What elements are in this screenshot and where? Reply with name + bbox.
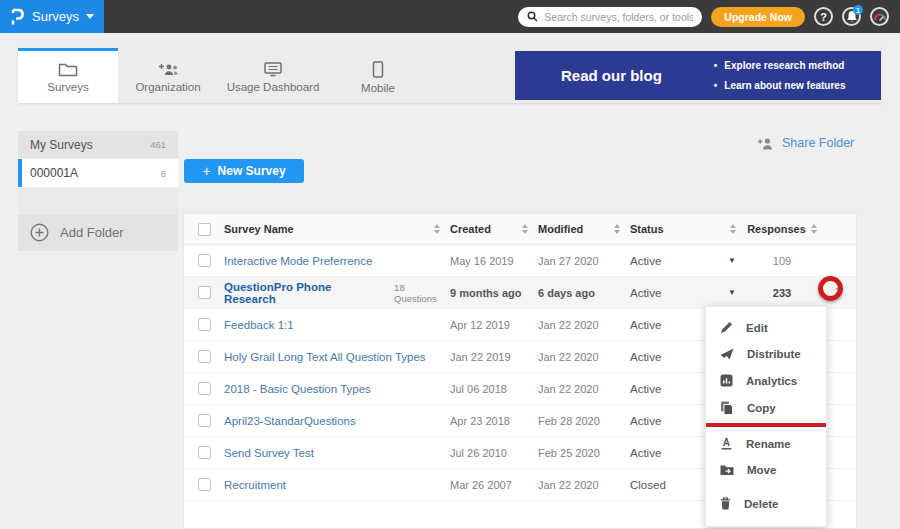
plus-icon: + (202, 163, 210, 179)
created-cell: Jul 26 2010 (450, 447, 538, 459)
annotation-circle (818, 276, 843, 301)
status-dropdown[interactable]: ▼ (718, 256, 746, 265)
row-checkbox[interactable] (198, 318, 211, 331)
menu-item-copy[interactable]: Copy (706, 394, 826, 422)
survey-name-link[interactable]: Holy Grail Long Text All Question Types (224, 351, 450, 363)
banner-bullet: Learn about new features (714, 76, 846, 96)
modified-cell: Feb 28 2020 (538, 415, 630, 427)
table-row: QuestionPro Phone Research18 Questions 9… (184, 277, 856, 309)
product-menu[interactable]: Surveys (0, 0, 104, 33)
column-header-modified[interactable]: Modified (538, 223, 630, 235)
banner-bullets: Explore research method Learn about new … (714, 56, 846, 95)
select-all-checkbox[interactable] (198, 223, 211, 236)
sort-icon[interactable] (811, 224, 817, 234)
trash-icon (720, 497, 731, 510)
add-folder-button[interactable]: Add Folder (18, 214, 178, 251)
send-icon (720, 348, 734, 360)
rename-icon: A (720, 437, 733, 450)
sort-icon[interactable] (434, 224, 440, 234)
upgrade-now-button[interactable]: Upgrade Now (711, 7, 805, 27)
tab-usage-dashboard[interactable]: Usage Dashboard (218, 48, 328, 103)
help-button[interactable]: ? (814, 7, 833, 26)
row-checkbox[interactable] (198, 254, 211, 267)
account-gauge-button[interactable] (870, 7, 889, 26)
survey-name-link[interactable]: April23-StandarQuestions (224, 415, 450, 427)
questionpro-logo-icon (10, 7, 25, 26)
column-header-created[interactable]: Created (450, 223, 538, 235)
menu-item-distribute[interactable]: Distribute (706, 341, 826, 367)
folder-count: 8 (161, 168, 166, 179)
new-survey-button[interactable]: + New Survey (184, 159, 304, 183)
sort-icon[interactable] (522, 224, 528, 234)
global-search[interactable] (518, 7, 702, 27)
sort-icon[interactable] (614, 224, 620, 234)
analytics-icon (720, 374, 733, 387)
blog-banner[interactable]: Read our blog Explore research method Le… (515, 51, 881, 100)
primary-tabs: Surveys Organization Usage Dashboard (18, 48, 881, 103)
question-mark-icon: ? (820, 11, 827, 23)
pencil-icon (720, 321, 733, 334)
notifications-button[interactable]: 1 (842, 7, 861, 26)
notification-badge: 1 (853, 5, 863, 15)
tab-organization[interactable]: Organization (118, 48, 218, 103)
tab-surveys[interactable]: Surveys (18, 48, 118, 103)
folder-label: My Surveys (30, 138, 93, 152)
app-window: Surveys Upgrade Now ? 1 (0, 0, 900, 529)
copy-icon (720, 401, 734, 415)
column-header-status[interactable]: Status (630, 223, 746, 235)
column-header-responses[interactable]: Responses (746, 223, 818, 235)
folder-icon (58, 62, 78, 77)
copy-annotation-underline (706, 423, 826, 427)
sidebar-item-my-surveys[interactable]: My Surveys 461 (18, 131, 178, 158)
tab-label: Organization (135, 81, 200, 93)
tabstrip-spacer (428, 48, 515, 103)
menu-item-analytics[interactable]: Analytics (706, 367, 826, 394)
status-cell: Active (630, 287, 718, 299)
row-checkbox[interactable] (198, 286, 211, 299)
person-add-icon (757, 137, 774, 150)
banner-bullet: Explore research method (714, 56, 846, 76)
folder-label: 000001A (30, 166, 78, 180)
row-checkbox[interactable] (198, 478, 211, 491)
share-folder-link[interactable]: Share Folder (757, 136, 854, 150)
row-checkbox[interactable] (198, 350, 211, 363)
tab-label: Usage Dashboard (227, 81, 320, 93)
modified-cell: Jan 22 2020 (538, 319, 630, 331)
row-checkbox[interactable] (198, 446, 211, 459)
menu-item-delete[interactable]: Delete (706, 490, 826, 517)
modified-cell: Feb 25 2020 (538, 447, 630, 459)
responses-cell: 233 (746, 287, 818, 299)
banner-title: Read our blog (561, 67, 662, 84)
share-folder-label: Share Folder (782, 136, 854, 150)
survey-name-link[interactable]: 2018 - Basic Question Types (224, 383, 450, 395)
status-cell: Active (630, 255, 718, 267)
phone-icon (372, 61, 384, 78)
tab-label: Mobile (361, 82, 395, 94)
column-header-survey-name[interactable]: Survey Name (224, 223, 450, 235)
menu-item-move[interactable]: Move (706, 457, 826, 483)
survey-name-link[interactable]: Send Survey Test (224, 447, 450, 459)
sort-icon[interactable] (730, 224, 736, 234)
table-row: Interactive Mode Preferrence May 16 2019… (184, 245, 856, 277)
modified-cell: 6 days ago (538, 287, 630, 299)
menu-item-edit[interactable]: Edit (706, 314, 826, 341)
chevron-down-icon (86, 14, 94, 19)
people-add-icon (156, 62, 180, 77)
status-dropdown[interactable]: ▼ (718, 288, 746, 297)
row-checkbox[interactable] (198, 382, 211, 395)
modified-cell: Jan 27 2020 (538, 255, 630, 267)
sidebar-item-000001a[interactable]: 000001A 8 (18, 159, 178, 187)
row-checkbox[interactable] (198, 414, 211, 427)
tab-mobile[interactable]: Mobile (328, 48, 428, 103)
survey-name-link[interactable]: Recruitment (224, 479, 450, 491)
menu-item-rename[interactable]: A Rename (706, 430, 826, 457)
survey-name-link[interactable]: Feedback 1:1 (224, 319, 450, 331)
topbar: Surveys Upgrade Now ? 1 (0, 0, 900, 33)
monitor-icon (263, 61, 283, 77)
search-input[interactable] (544, 11, 693, 23)
created-cell: Mar 26 2007 (450, 479, 538, 491)
add-folder-label: Add Folder (60, 225, 124, 240)
survey-name-link[interactable]: Interactive Mode Preferrence (224, 255, 450, 267)
survey-name-link[interactable]: QuestionPro Phone Research18 Questions (224, 281, 450, 305)
search-icon (527, 11, 538, 22)
